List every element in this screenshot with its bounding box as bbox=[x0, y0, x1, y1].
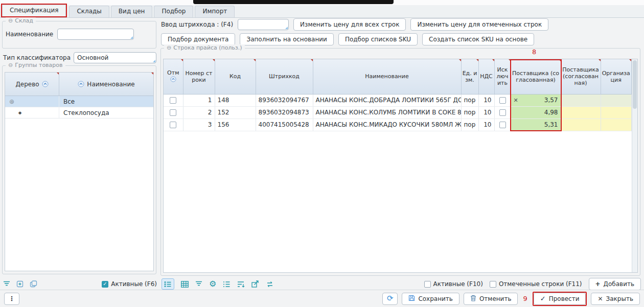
vertical-scrollbar[interactable] bbox=[632, 59, 637, 272]
cell-supplier-price[interactable]: 5,31 bbox=[511, 119, 561, 131]
active-f10-toggle[interactable]: Активные (F10) bbox=[424, 280, 483, 288]
export-icon[interactable] bbox=[251, 280, 259, 288]
group-name-cell[interactable]: Стеклопосуда bbox=[59, 109, 153, 116]
classifier-combo[interactable]: Основной bbox=[74, 52, 156, 63]
sort-asc-icon[interactable] bbox=[78, 81, 84, 87]
refresh-button[interactable]: ⟳ bbox=[382, 293, 398, 305]
cell-unit[interactable]: пор bbox=[461, 106, 478, 119]
more-actions-button[interactable]: ⋮ bbox=[4, 293, 19, 305]
marked-rows-f11-toggle[interactable]: Отмеченные строки (F11) bbox=[490, 280, 582, 288]
checkbox-unchecked[interactable] bbox=[424, 281, 431, 288]
expand-node-icon[interactable]: ⊕ bbox=[9, 98, 14, 105]
row-checkbox[interactable] bbox=[170, 109, 176, 116]
column-name[interactable]: Наименование bbox=[313, 59, 461, 94]
tab-import[interactable]: Импорт bbox=[195, 6, 235, 17]
collapse-icon[interactable]: ⊖ bbox=[8, 18, 13, 23]
post-button[interactable]: ✓ Провести bbox=[534, 293, 586, 305]
pick-sku-lists-button[interactable]: Подбор списков SKU bbox=[338, 33, 418, 45]
checkbox-unchecked[interactable] bbox=[490, 281, 496, 288]
create-sku-list-button[interactable]: Создать список SKU на основе bbox=[422, 33, 534, 45]
tree-cell[interactable]: ⊕ bbox=[5, 96, 59, 107]
pick-document-button[interactable]: Подбор документа bbox=[161, 33, 235, 45]
cell-num[interactable]: 3 bbox=[183, 119, 215, 131]
exclude-checkbox[interactable] bbox=[499, 122, 506, 128]
scrollbar-thumb[interactable] bbox=[633, 60, 637, 109]
cell-organization[interactable] bbox=[601, 94, 632, 106]
sort-asc-icon[interactable] bbox=[170, 76, 176, 82]
collapse-icon[interactable]: ⊖ bbox=[167, 45, 171, 51]
expand-all-icon[interactable] bbox=[16, 280, 24, 288]
cell-code[interactable]: 152 bbox=[215, 106, 256, 119]
cell-vat[interactable]: 10 bbox=[478, 94, 494, 106]
sort-filter-icon[interactable] bbox=[237, 281, 245, 288]
tree-cell[interactable]: ● bbox=[5, 107, 59, 118]
filter-icon[interactable] bbox=[195, 281, 202, 288]
tab-warehouses[interactable]: Склады bbox=[69, 6, 109, 17]
column-vat[interactable]: НДС bbox=[478, 59, 494, 94]
cell-unit[interactable]: пор bbox=[461, 94, 478, 106]
gear-icon[interactable]: ⚙ bbox=[209, 280, 216, 288]
tab-selection[interactable]: Подбор bbox=[154, 6, 193, 17]
group-name-cell[interactable]: Все bbox=[59, 98, 153, 105]
filter-icon[interactable] bbox=[3, 281, 10, 288]
column-exclude[interactable]: Исключить bbox=[494, 59, 511, 94]
column-supplier-agreed-2[interactable]: Поставщика (согласованная) bbox=[561, 59, 601, 94]
column-barcode[interactable]: Штрихкод bbox=[256, 59, 313, 94]
cell-name[interactable]: АНАНАСЫ КОНС.МИКАДО КУСОЧКИ 580МЛ Ж/Б bbox=[313, 119, 461, 131]
collapse-icon[interactable]: ⊖ bbox=[8, 62, 13, 68]
active-f6-toggle[interactable]: Активные (F6) bbox=[102, 280, 157, 288]
cell-organization[interactable] bbox=[601, 119, 632, 131]
sync-icon[interactable] bbox=[266, 281, 274, 288]
row-checkbox[interactable] bbox=[170, 97, 176, 104]
barcode-input[interactable] bbox=[238, 19, 288, 30]
cell-name[interactable]: АНАНАСЫ КОНС.ДОБРАДА ЛОМТИКИ 565Г ДОЛ bbox=[313, 94, 461, 106]
checkbox-checked[interactable] bbox=[102, 281, 108, 288]
cell-barcode[interactable]: 4007415005428 bbox=[256, 119, 313, 131]
tab-specification[interactable]: Спецификация bbox=[2, 5, 66, 16]
numbered-list-icon[interactable] bbox=[223, 281, 231, 288]
close-button[interactable]: ✕ Закрыть bbox=[591, 293, 640, 305]
group-row-glassware[interactable]: ● Стеклопосуда bbox=[5, 107, 153, 119]
list-view-icon[interactable] bbox=[162, 278, 174, 290]
fill-on-basis-button[interactable]: Заполнить на основании bbox=[240, 33, 333, 45]
collapse-all-icon[interactable] bbox=[30, 280, 37, 288]
cell-supplier-price-2[interactable] bbox=[561, 119, 601, 131]
grid-view-icon[interactable] bbox=[181, 281, 189, 288]
exclude-checkbox[interactable] bbox=[499, 109, 506, 116]
cell-barcode[interactable]: 8936032094873 bbox=[256, 106, 313, 119]
cell-code[interactable]: 148 bbox=[215, 94, 256, 106]
column-tree[interactable]: Дерево bbox=[5, 73, 59, 96]
cell-supplier-price[interactable]: ✕3,57 bbox=[511, 94, 561, 106]
column-mark[interactable]: Отм bbox=[164, 59, 183, 94]
cell-organization[interactable] bbox=[601, 106, 632, 119]
cell-supplier-price-2[interactable] bbox=[561, 106, 601, 119]
row-checkbox[interactable] bbox=[170, 122, 176, 128]
column-organization[interactable]: Организация bbox=[601, 59, 632, 94]
sort-asc-icon[interactable] bbox=[42, 81, 49, 87]
tab-price-types[interactable]: Вид цен bbox=[111, 6, 153, 17]
warehouse-name-input[interactable] bbox=[58, 29, 133, 39]
cell-supplier-price-2[interactable] bbox=[561, 94, 601, 106]
change-price-all-button[interactable]: Изменить цену для всех строк bbox=[293, 18, 406, 31]
cell-num[interactable]: 2 bbox=[183, 106, 215, 119]
cell-code[interactable]: 156 bbox=[215, 119, 256, 131]
save-button[interactable]: Сохранить bbox=[402, 293, 459, 305]
cell-unit[interactable]: пор bbox=[461, 119, 478, 131]
column-unit[interactable]: Ед. изм. bbox=[461, 59, 478, 94]
cell-vat[interactable]: 10 bbox=[478, 106, 494, 119]
cell-name[interactable]: АНАНАСЫ КОНС.КОЛУМБ ЛОМТИКИ В СОКЕ 85 bbox=[313, 106, 461, 119]
cell-barcode[interactable]: 8936032094767 bbox=[256, 94, 313, 106]
column-row-number[interactable]: Номер строки bbox=[183, 59, 215, 94]
clear-price-icon[interactable]: ✕ bbox=[514, 97, 518, 104]
add-row-button[interactable]: +Добавить bbox=[589, 278, 641, 290]
cell-num[interactable]: 1 bbox=[183, 94, 215, 106]
column-code[interactable]: Код bbox=[215, 59, 256, 94]
cancel-button[interactable]: Отменить bbox=[464, 293, 518, 305]
exclude-checkbox[interactable] bbox=[499, 97, 506, 104]
group-row-all[interactable]: ⊕ Все bbox=[5, 96, 153, 107]
column-supplier-agreed-1[interactable]: Поставщика (согласованная) bbox=[511, 59, 561, 94]
column-name[interactable]: Наименование bbox=[59, 73, 153, 96]
cell-supplier-price[interactable]: 4,98 bbox=[511, 106, 561, 119]
cell-vat[interactable]: 10 bbox=[478, 119, 494, 131]
change-price-marked-button[interactable]: Изменить цену для отмеченных строк bbox=[410, 18, 548, 31]
